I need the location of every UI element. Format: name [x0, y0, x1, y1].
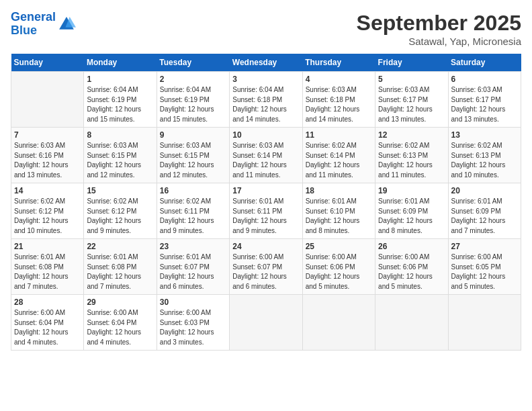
day-number: 9: [160, 130, 226, 140]
day-number: 11: [306, 130, 372, 140]
day-cell: 26Sunrise: 6:00 AM Sunset: 6:06 PM Dayli…: [375, 239, 448, 295]
header-cell-wednesday: Wednesday: [230, 54, 302, 72]
day-cell: 19Sunrise: 6:01 AM Sunset: 6:09 PM Dayli…: [375, 183, 448, 239]
day-cell: 24Sunrise: 6:00 AM Sunset: 6:07 PM Dayli…: [230, 239, 302, 295]
day-info: Sunrise: 6:00 AM Sunset: 6:05 PM Dayligh…: [451, 253, 518, 291]
day-info: Sunrise: 6:00 AM Sunset: 6:06 PM Dayligh…: [378, 253, 445, 291]
day-cell: 7Sunrise: 6:03 AM Sunset: 6:16 PM Daylig…: [11, 128, 84, 183]
day-number: 15: [87, 186, 153, 195]
day-cell: 9Sunrise: 6:03 AM Sunset: 6:15 PM Daylig…: [157, 128, 229, 183]
day-info: Sunrise: 6:03 AM Sunset: 6:15 PM Dayligh…: [160, 141, 226, 180]
day-number: 21: [14, 242, 81, 251]
week-row-1: 7Sunrise: 6:03 AM Sunset: 6:16 PM Daylig…: [11, 128, 521, 183]
day-cell: 1Sunrise: 6:04 AM Sunset: 6:19 PM Daylig…: [84, 72, 157, 128]
week-row-0: 1Sunrise: 6:04 AM Sunset: 6:19 PM Daylig…: [11, 72, 521, 128]
day-info: Sunrise: 6:04 AM Sunset: 6:19 PM Dayligh…: [87, 85, 153, 124]
day-cell: 6Sunrise: 6:03 AM Sunset: 6:17 PM Daylig…: [448, 72, 521, 128]
day-cell: 3Sunrise: 6:04 AM Sunset: 6:18 PM Daylig…: [230, 72, 302, 128]
day-info: Sunrise: 6:03 AM Sunset: 6:17 PM Dayligh…: [378, 85, 445, 124]
calendar-header: SundayMondayTuesdayWednesdayThursdayFrid…: [11, 54, 521, 72]
header-row: SundayMondayTuesdayWednesdayThursdayFrid…: [11, 54, 521, 72]
day-info: Sunrise: 6:00 AM Sunset: 6:03 PM Dayligh…: [160, 308, 226, 347]
day-number: 1: [87, 75, 153, 84]
header-cell-tuesday: Tuesday: [157, 54, 229, 72]
day-info: Sunrise: 6:01 AM Sunset: 6:07 PM Dayligh…: [160, 253, 226, 291]
day-number: 22: [87, 242, 153, 251]
day-info: Sunrise: 6:00 AM Sunset: 6:04 PM Dayligh…: [87, 308, 153, 347]
day-info: Sunrise: 6:01 AM Sunset: 6:08 PM Dayligh…: [14, 253, 81, 291]
day-info: Sunrise: 6:00 AM Sunset: 6:06 PM Dayligh…: [306, 253, 372, 291]
day-cell: 10Sunrise: 6:03 AM Sunset: 6:14 PM Dayli…: [230, 128, 302, 183]
day-number: 14: [14, 186, 81, 195]
day-number: 26: [378, 242, 445, 251]
day-info: Sunrise: 6:03 AM Sunset: 6:17 PM Dayligh…: [451, 85, 518, 124]
day-cell: 21Sunrise: 6:01 AM Sunset: 6:08 PM Dayli…: [11, 239, 84, 295]
header-cell-monday: Monday: [84, 54, 157, 72]
day-info: Sunrise: 6:01 AM Sunset: 6:08 PM Dayligh…: [87, 253, 153, 291]
day-info: Sunrise: 6:01 AM Sunset: 6:09 PM Dayligh…: [451, 197, 518, 236]
day-cell: 11Sunrise: 6:02 AM Sunset: 6:14 PM Dayli…: [302, 128, 375, 183]
day-cell: 18Sunrise: 6:01 AM Sunset: 6:10 PM Dayli…: [302, 183, 375, 239]
day-number: 27: [451, 242, 518, 251]
week-row-4: 28Sunrise: 6:00 AM Sunset: 6:04 PM Dayli…: [11, 295, 521, 351]
day-info: Sunrise: 6:00 AM Sunset: 6:04 PM Dayligh…: [14, 308, 81, 347]
day-cell: [230, 295, 302, 351]
day-info: Sunrise: 6:03 AM Sunset: 6:18 PM Dayligh…: [306, 85, 372, 124]
day-cell: 23Sunrise: 6:01 AM Sunset: 6:07 PM Dayli…: [157, 239, 229, 295]
header-cell-sunday: Sunday: [11, 54, 84, 72]
day-number: 24: [232, 242, 299, 251]
day-number: 29: [87, 298, 153, 307]
day-number: 28: [14, 298, 81, 307]
day-info: Sunrise: 6:00 AM Sunset: 6:07 PM Dayligh…: [232, 253, 299, 291]
day-info: Sunrise: 6:01 AM Sunset: 6:10 PM Dayligh…: [306, 197, 372, 236]
day-number: 18: [306, 186, 372, 195]
day-cell: [375, 295, 448, 351]
day-info: Sunrise: 6:02 AM Sunset: 6:12 PM Dayligh…: [87, 197, 153, 236]
day-number: 17: [232, 186, 299, 195]
day-number: 7: [14, 130, 81, 140]
header-cell-saturday: Saturday: [448, 54, 521, 72]
page-subtitle: Satawal, Yap, Micronesia: [357, 36, 521, 47]
day-info: Sunrise: 6:01 AM Sunset: 6:11 PM Dayligh…: [232, 197, 299, 236]
day-cell: 16Sunrise: 6:02 AM Sunset: 6:11 PM Dayli…: [157, 183, 229, 239]
day-cell: 13Sunrise: 6:02 AM Sunset: 6:13 PM Dayli…: [448, 128, 521, 183]
day-cell: 22Sunrise: 6:01 AM Sunset: 6:08 PM Dayli…: [84, 239, 157, 295]
page-header: GeneralBlue September 2025 Satawal, Yap,…: [11, 11, 521, 47]
day-info: Sunrise: 6:04 AM Sunset: 6:18 PM Dayligh…: [232, 85, 299, 124]
day-number: 19: [378, 186, 445, 195]
day-info: Sunrise: 6:02 AM Sunset: 6:12 PM Dayligh…: [14, 197, 81, 236]
day-number: 30: [160, 298, 226, 307]
day-number: 25: [306, 242, 372, 251]
day-info: Sunrise: 6:02 AM Sunset: 6:13 PM Dayligh…: [378, 141, 445, 180]
week-row-2: 14Sunrise: 6:02 AM Sunset: 6:12 PM Dayli…: [11, 183, 521, 239]
day-cell: 25Sunrise: 6:00 AM Sunset: 6:06 PM Dayli…: [302, 239, 375, 295]
day-cell: 5Sunrise: 6:03 AM Sunset: 6:17 PM Daylig…: [375, 72, 448, 128]
calendar-body: 1Sunrise: 6:04 AM Sunset: 6:19 PM Daylig…: [11, 72, 521, 351]
page-title: September 2025: [357, 11, 521, 36]
day-info: Sunrise: 6:04 AM Sunset: 6:19 PM Dayligh…: [160, 85, 226, 124]
day-number: 10: [232, 130, 299, 140]
day-cell: 12Sunrise: 6:02 AM Sunset: 6:13 PM Dayli…: [375, 128, 448, 183]
day-cell: 8Sunrise: 6:03 AM Sunset: 6:15 PM Daylig…: [84, 128, 157, 183]
day-cell: 15Sunrise: 6:02 AM Sunset: 6:12 PM Dayli…: [84, 183, 157, 239]
week-row-3: 21Sunrise: 6:01 AM Sunset: 6:08 PM Dayli…: [11, 239, 521, 295]
calendar-table: SundayMondayTuesdayWednesdayThursdayFrid…: [11, 54, 521, 351]
day-number: 2: [160, 75, 226, 84]
day-number: 12: [378, 130, 445, 140]
day-number: 20: [451, 186, 518, 195]
logo: GeneralBlue: [11, 11, 76, 38]
day-number: 4: [306, 75, 372, 84]
day-info: Sunrise: 6:02 AM Sunset: 6:11 PM Dayligh…: [160, 197, 226, 236]
day-info: Sunrise: 6:01 AM Sunset: 6:09 PM Dayligh…: [378, 197, 445, 236]
day-info: Sunrise: 6:03 AM Sunset: 6:14 PM Dayligh…: [232, 141, 299, 180]
day-cell: 4Sunrise: 6:03 AM Sunset: 6:18 PM Daylig…: [302, 72, 375, 128]
day-number: 23: [160, 242, 226, 251]
day-info: Sunrise: 6:02 AM Sunset: 6:13 PM Dayligh…: [451, 141, 518, 180]
logo-icon: [57, 15, 76, 34]
day-cell: 29Sunrise: 6:00 AM Sunset: 6:04 PM Dayli…: [84, 295, 157, 351]
day-cell: [448, 295, 521, 351]
day-info: Sunrise: 6:03 AM Sunset: 6:15 PM Dayligh…: [87, 141, 153, 180]
title-block: September 2025 Satawal, Yap, Micronesia: [357, 11, 521, 47]
day-number: 8: [87, 130, 153, 140]
day-cell: 28Sunrise: 6:00 AM Sunset: 6:04 PM Dayli…: [11, 295, 84, 351]
